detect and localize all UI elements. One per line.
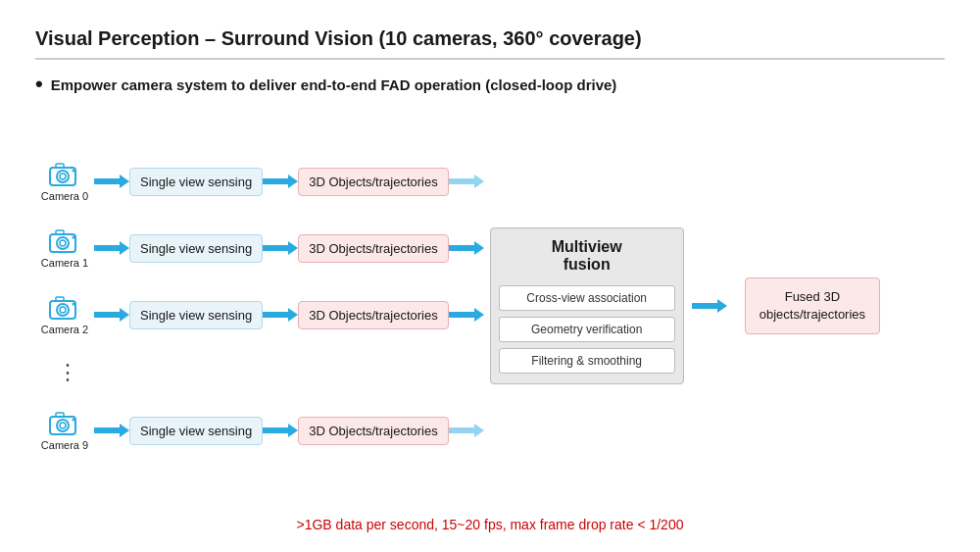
fused-output: Fused 3Dobjects/trajectories xyxy=(745,277,880,334)
note-text: >1GB data per second, 15~20 fps, max fra… xyxy=(297,517,684,532)
svg-marker-15 xyxy=(449,241,484,255)
svg-point-25 xyxy=(57,420,69,431)
camera-row-2: Camera 2 Single view sensing 3D Objects/… xyxy=(35,281,484,348)
title-section: Visual Perception – Surround Vision (10 … xyxy=(35,27,945,60)
camera-row-1: Camera 1 Single view sensing 3D Objects/… xyxy=(35,215,484,281)
subtitle-row: • Empower camera system to deliver end-t… xyxy=(35,74,945,95)
objects-box-2: 3D Objects/trajectories xyxy=(298,301,449,329)
camera-icon-2: Camera 2 xyxy=(35,294,94,335)
cameras-column: Camera 0 Single view sensing 3D Objects/… xyxy=(35,148,484,464)
objects-box-9: 3D Objects/trajectories xyxy=(298,417,449,445)
objects-box-0: 3D Objects/trajectories xyxy=(298,168,449,196)
svg-marker-6 xyxy=(263,175,298,188)
camera-label-1: Camera 1 xyxy=(41,257,88,269)
svg-marker-21 xyxy=(94,308,129,322)
camera-label-0: Camera 0 xyxy=(41,190,88,202)
svg-rect-11 xyxy=(56,230,64,234)
svg-marker-31 xyxy=(449,424,484,437)
svg-point-17 xyxy=(57,304,69,316)
arrow-0c xyxy=(449,172,484,191)
camera-label-9: Camera 9 xyxy=(41,439,88,451)
arrow-1c xyxy=(449,238,484,258)
camera-svg-2 xyxy=(48,294,81,322)
svg-point-1 xyxy=(57,171,69,182)
diagram-area: Camera 0 Single view sensing 3D Objects/… xyxy=(35,111,945,501)
svg-marker-32 xyxy=(692,299,727,313)
sensing-box-0: Single view sensing xyxy=(129,168,263,196)
svg-point-9 xyxy=(57,237,69,249)
arrow-2c xyxy=(449,305,484,325)
svg-point-26 xyxy=(60,423,66,428)
slide: Visual Perception – Surround Vision (10 … xyxy=(0,0,980,552)
svg-marker-23 xyxy=(449,308,484,322)
fusion-box: Multiviewfusion Cross-view association G… xyxy=(490,227,684,384)
arrow-1b xyxy=(263,238,298,258)
sensing-box-2: Single view sensing xyxy=(129,301,263,329)
dots-row: ⋮ xyxy=(35,348,80,397)
svg-point-2 xyxy=(60,174,66,179)
svg-rect-19 xyxy=(56,297,64,301)
diagram-right: Multiviewfusion Cross-view association G… xyxy=(490,227,880,384)
svg-point-18 xyxy=(60,307,66,313)
camera-row-9: Camera 9 Single view sensing 3D Objects/… xyxy=(35,397,484,464)
arrow-9c xyxy=(449,421,484,440)
svg-point-20 xyxy=(73,303,75,306)
svg-marker-7 xyxy=(449,175,484,188)
fusion-title: Multiviewfusion xyxy=(552,238,622,274)
svg-point-28 xyxy=(73,419,75,422)
main-content: Camera 0 Single view sensing 3D Objects/… xyxy=(35,111,945,532)
svg-marker-5 xyxy=(94,175,129,188)
fusion-item-1: Cross-view association xyxy=(499,285,675,311)
camera-label-2: Camera 2 xyxy=(41,324,88,335)
sensing-box-9: Single view sensing xyxy=(129,417,263,445)
camera-icon-1: Camera 1 xyxy=(35,227,94,269)
arrow-9a xyxy=(94,421,129,440)
svg-marker-22 xyxy=(263,308,298,322)
svg-point-4 xyxy=(73,170,75,173)
camera-row-0: Camera 0 Single view sensing 3D Objects/… xyxy=(35,148,484,215)
camera-svg-1 xyxy=(48,227,81,255)
subtitle-text: Empower camera system to deliver end-to-… xyxy=(51,76,617,93)
arrow-2a xyxy=(94,305,129,325)
arrow-0b xyxy=(263,172,298,191)
svg-marker-29 xyxy=(94,424,129,437)
camera-icon-9: Camera 9 xyxy=(35,410,94,451)
camera-svg-0 xyxy=(48,161,81,188)
svg-point-10 xyxy=(60,240,66,246)
slide-title: Visual Perception – Surround Vision (10 … xyxy=(35,27,945,50)
fusion-item-2: Geometry verification xyxy=(499,317,675,342)
svg-marker-30 xyxy=(263,424,298,437)
sensing-box-1: Single view sensing xyxy=(129,234,263,263)
svg-rect-27 xyxy=(56,413,64,417)
svg-rect-3 xyxy=(56,164,64,168)
bullet-point: • xyxy=(35,74,43,95)
ellipsis: ⋮ xyxy=(57,360,80,385)
arrow-2b xyxy=(263,305,298,325)
arrow-to-output xyxy=(692,296,727,316)
arrow-0a xyxy=(94,172,129,191)
camera-svg-9 xyxy=(48,410,81,437)
objects-box-1: 3D Objects/trajectories xyxy=(298,234,449,263)
fusion-item-3: Filtering & smoothing xyxy=(499,348,675,374)
arrow-1a xyxy=(94,238,129,258)
svg-marker-14 xyxy=(263,241,298,255)
bottom-note: >1GB data per second, 15~20 fps, max fra… xyxy=(35,511,945,532)
camera-icon-0: Camera 0 xyxy=(35,161,94,202)
svg-point-12 xyxy=(73,236,75,239)
arrow-9b xyxy=(263,421,298,440)
svg-marker-13 xyxy=(94,241,129,255)
